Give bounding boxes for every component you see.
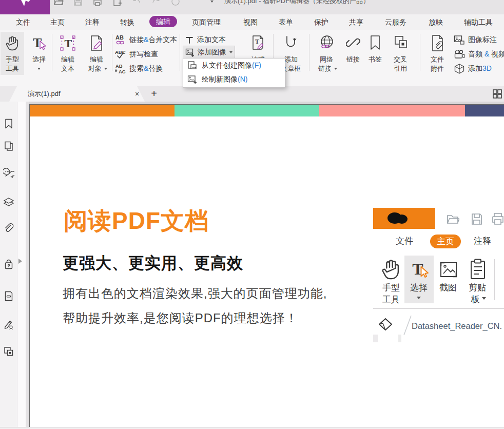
embedded-clipboard-icon[interactable]	[467, 258, 489, 281]
page-text-edit-icon: T	[251, 35, 265, 51]
undo-icon[interactable]	[131, 0, 142, 7]
ribbon-separator	[309, 34, 309, 71]
svg-text:ABC: ABC	[115, 49, 126, 55]
digital-signature-panel-icon[interactable]	[3, 319, 14, 330]
add-page-icon[interactable]	[112, 0, 122, 7]
edit-text-button[interactable]: T 编辑 文本	[54, 32, 81, 75]
tab-page-management[interactable]: 页面管理	[192, 14, 221, 30]
page-stripe-navy	[465, 105, 504, 116]
add-text-label: 添加文本	[197, 35, 226, 45]
qat-customize-caret-icon[interactable]	[210, 1, 214, 3]
file-attachment-button[interactable]: 文件 附件	[424, 32, 451, 75]
edit-text-icon: T	[60, 35, 75, 51]
ribbon-separator	[112, 34, 112, 71]
image-annotation-button[interactable]: 图像标注	[454, 34, 497, 46]
tab-accessibility[interactable]: 辅助工具	[464, 14, 493, 30]
embedded-filename-tab[interactable]: Datasheet_Reader_CN.	[412, 321, 502, 331]
edit-text-label-2: 文本	[61, 64, 74, 73]
document-tab[interactable]: 演示(1).pdf ×	[9, 86, 145, 102]
tab-share[interactable]: 共享	[349, 14, 363, 30]
redo-icon[interactable]	[151, 0, 161, 7]
bookmark-ribbon-icon	[369, 34, 382, 51]
close-tab-icon[interactable]: ×	[135, 86, 139, 102]
page-thumbnails-icon[interactable]	[3, 141, 14, 152]
link-merge-label-a: 链接	[129, 35, 144, 44]
embedded-gutter-strip	[398, 335, 401, 342]
tab-file[interactable]: 文件	[16, 14, 30, 30]
save-icon[interactable]	[73, 0, 83, 7]
add-text-button[interactable]: 添加文本	[185, 34, 226, 46]
add-3d-button[interactable]: 添加3D	[454, 63, 492, 75]
panel-gutter	[17, 102, 26, 427]
tab-cloud[interactable]: 云服务	[385, 14, 406, 30]
menu-bar: 文件 主页 注释 转换 编辑 页面管理 视图 表单 保护 共享 云服务 放映 辅…	[0, 14, 504, 30]
cross-ref-label-1: 交叉	[394, 55, 407, 64]
app-logo[interactable]	[0, 0, 50, 14]
web-link-button[interactable]: 网络 链接	[312, 32, 341, 75]
embedded-tab-file[interactable]: 文件	[396, 235, 413, 247]
link-merge-text-button[interactable]: AB 链接&合并文本	[115, 34, 177, 46]
expand-panel-arrow-icon[interactable]	[18, 259, 22, 264]
attachments-panel-icon[interactable]	[3, 223, 14, 234]
search-replace-button[interactable]: AB AC 搜索&替换	[115, 63, 163, 75]
add-3d-cube-icon	[454, 63, 465, 74]
embedded-tab-home-active[interactable]: 主页	[430, 235, 461, 248]
tab-view[interactable]: 视图	[243, 14, 258, 30]
hand-tool-button[interactable]: 手型 工具	[1, 32, 24, 75]
audio-video-label-a: 音频	[468, 50, 484, 58]
new-tab-button[interactable]: +	[149, 86, 159, 101]
cross-reference-icon	[393, 35, 409, 50]
tab-present[interactable]: 放映	[429, 14, 443, 30]
menu-item-shortcut: (F)	[252, 61, 261, 69]
embedded-tab-comment[interactable]: 注释	[474, 235, 491, 247]
link-merge-text-icon: AB	[115, 34, 126, 46]
embedded-select-label: 选择	[410, 282, 428, 294]
print-icon[interactable]	[92, 0, 103, 7]
tab-comment[interactable]: 注释	[85, 14, 100, 30]
link-label: 链接	[346, 55, 360, 64]
link-button[interactable]: 链接	[343, 32, 363, 75]
layers-panel-icon[interactable]	[3, 197, 14, 208]
open-folder-icon[interactable]	[53, 0, 64, 7]
tab-convert[interactable]: 转换	[120, 14, 134, 30]
select-cursor-icon: T	[31, 35, 47, 52]
title-bar: 演示(1).pdf - 福昕PDF编辑器（未经授权的产品）	[0, 0, 504, 14]
form-fields-panel-icon[interactable]	[3, 290, 14, 302]
status-bar-edge	[0, 427, 504, 429]
cross-reference-button[interactable]: 交叉 引用	[388, 32, 413, 75]
tab-protect[interactable]: 保护	[314, 14, 328, 30]
page-heading: 阅读PDF文档	[64, 205, 209, 237]
audio-video-icon	[454, 49, 465, 60]
link-merge-label-b: 合并文本	[148, 35, 177, 44]
refresh-icon[interactable]	[170, 0, 181, 7]
add-image-button[interactable]: 添加图像	[183, 46, 235, 59]
spell-check-button[interactable]: ABC 拼写检查	[115, 48, 158, 61]
page-stripe-pink	[319, 105, 465, 116]
bookmarks-panel-icon[interactable]	[3, 118, 14, 129]
embedded-hand-icon[interactable]	[381, 258, 402, 282]
tab-form[interactable]: 表单	[279, 14, 293, 30]
tab-grid-view-icon[interactable]	[492, 88, 503, 100]
svg-text:AC: AC	[119, 69, 126, 74]
embedded-select-button[interactable]: T 选择	[404, 256, 434, 303]
bookmark-button[interactable]: 书签	[364, 32, 386, 75]
image-from-file-icon	[187, 61, 197, 70]
pdf-page: 阅读PDF文档 更强大、更实用、更高效 拥有出色的文档渲染效果,强大的页面管理功…	[29, 104, 504, 427]
tab-edit-active[interactable]: 编辑	[149, 16, 177, 27]
panel-scroll-strip[interactable]	[26, 102, 29, 427]
destinations-panel-icon[interactable]	[3, 346, 14, 357]
embedded-pencil-tip-icon[interactable]	[378, 317, 393, 333]
edit-object-button[interactable]: 编辑 对象	[82, 32, 111, 75]
hand-tool-label-2: 工具	[6, 64, 19, 73]
audio-video-button[interactable]: 音频 & 视频	[454, 48, 504, 61]
menu-item-draw-new-image[interactable]: 绘制新图像(N)	[183, 72, 285, 86]
menu-item-image-from-file[interactable]: 从文件创建图像(F)	[183, 59, 285, 72]
select-tool-button[interactable]: T 选择	[27, 32, 51, 75]
comments-panel-icon[interactable]	[3, 167, 14, 179]
add-text-icon	[185, 35, 194, 45]
embedded-snapshot-icon[interactable]	[438, 259, 459, 281]
svg-text:AB: AB	[115, 34, 124, 41]
ribbon-separator	[180, 34, 180, 71]
tab-home[interactable]: 主页	[50, 14, 65, 30]
security-panel-icon[interactable]	[3, 259, 14, 270]
